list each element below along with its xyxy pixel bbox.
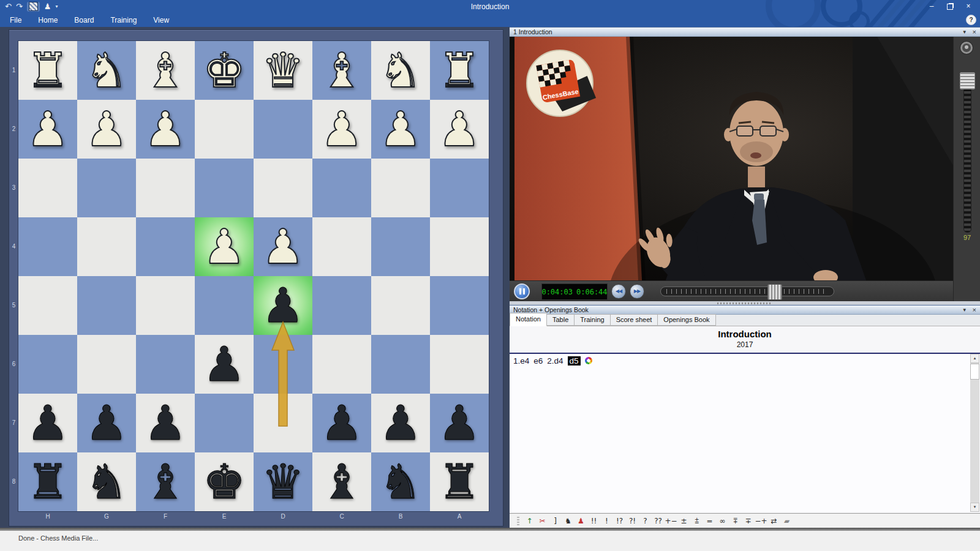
square-c6[interactable] [312,335,371,394]
annotation-white-better[interactable]: ± [677,515,690,527]
annotation-white-slightly-better[interactable]: ⩲ [690,515,703,527]
annotation-dubious-move[interactable]: ?! [626,515,639,527]
square-g5[interactable] [77,276,136,335]
annotation-blunder[interactable]: ?? [652,515,665,527]
square-d1[interactable]: ♛ [254,41,312,100]
square-g3[interactable] [77,159,136,217]
speaker-icon[interactable] [960,42,973,54]
progress-thumb[interactable] [767,284,782,300]
annotation-up-arrow[interactable]: ↑ [523,515,536,527]
square-f2[interactable]: ♟ [136,100,195,159]
pause-button[interactable] [514,283,530,299]
annotation-white-winning[interactable]: +− [665,515,677,527]
annotation-black-slightly-better[interactable]: ⩱ [729,515,742,527]
square-a2[interactable]: ♟ [430,100,489,159]
help-icon[interactable]: ? [966,15,976,25]
square-a6[interactable] [430,335,489,394]
menu-file[interactable]: File [10,16,21,24]
scrollbar-thumb[interactable] [970,364,979,380]
annotation-good-move[interactable]: ! [600,515,613,527]
square-g6[interactable] [77,335,136,394]
annotation-end-variation[interactable]: ] [549,515,562,527]
tab-notation[interactable]: Notation [510,313,547,326]
menu-home[interactable]: Home [38,16,58,24]
square-f5[interactable] [136,276,195,335]
square-a5[interactable] [430,276,489,335]
annotation-counterplay[interactable]: ⇄ [767,515,780,527]
annotation-interesting-move[interactable]: !? [613,515,626,527]
volume-slider-thumb[interactable] [960,72,975,89]
square-d2[interactable] [254,100,312,159]
square-h8[interactable]: ♜ [18,452,77,511]
annotation-black-better[interactable]: ∓ [742,515,755,527]
annotation-black-winning[interactable]: −+ [755,515,767,527]
square-e6[interactable]: ♟ [195,335,254,394]
move-d5[interactable]: d5 [568,356,581,365]
square-f6[interactable] [136,335,195,394]
tab-score-sheet[interactable]: Score sheet [611,314,658,326]
annotation-delete-annotations[interactable]: ✂ [536,515,549,527]
square-b4[interactable] [371,217,430,276]
notation-panel-close-icon[interactable]: × [973,307,976,313]
tab-openings-book[interactable]: Openings Book [658,314,715,326]
scroll-up-icon[interactable]: ▲ [970,354,979,363]
video-panel-collapse-icon[interactable]: ▼ [962,29,967,35]
square-c3[interactable] [312,159,371,217]
menu-training[interactable]: Training [110,16,137,24]
square-e2[interactable] [195,100,254,159]
progress-bar[interactable] [660,287,834,296]
square-e3[interactable] [195,159,254,217]
square-a3[interactable] [430,159,489,217]
square-g4[interactable] [77,217,136,276]
square-c4[interactable] [312,217,371,276]
square-f7[interactable]: ♟ [136,394,195,452]
square-e8[interactable]: ♚ [195,452,254,511]
annotation-equal[interactable]: = [703,515,716,527]
square-c1[interactable]: ♝ [312,41,371,100]
volume-slider-track[interactable] [963,73,971,233]
rewind-button[interactable]: ◀◀ [611,284,626,299]
square-d7[interactable] [254,394,312,452]
square-e4[interactable]: ♟ [195,217,254,276]
square-c2[interactable]: ♟ [312,100,371,159]
square-g1[interactable]: ♞ [77,41,136,100]
square-g2[interactable]: ♟ [77,100,136,159]
square-h7[interactable]: ♟ [18,394,77,452]
square-g8[interactable]: ♞ [77,452,136,511]
square-f4[interactable] [136,217,195,276]
square-b6[interactable] [371,335,430,394]
minimize-button[interactable]: – [922,0,941,12]
square-b5[interactable] [371,276,430,335]
square-g7[interactable]: ♟ [77,394,136,452]
video-frame[interactable]: ChessBase [510,37,953,280]
square-f1[interactable]: ♝ [136,41,195,100]
annotation-mistake[interactable]: ? [639,515,652,527]
square-a1[interactable]: ♜ [430,41,489,100]
square-h1[interactable]: ♜ [18,41,77,100]
square-h6[interactable] [18,335,77,394]
scroll-down-icon[interactable]: ▼ [970,503,979,512]
square-e7[interactable] [195,394,254,452]
square-c7[interactable]: ♟ [312,394,371,452]
square-h4[interactable] [18,217,77,276]
square-a7[interactable]: ♟ [430,394,489,452]
square-f8[interactable]: ♝ [136,452,195,511]
square-d6[interactable] [254,335,312,394]
square-a4[interactable] [430,217,489,276]
menu-view[interactable]: View [153,16,169,24]
annotation-brilliant-move[interactable]: !! [587,515,600,527]
annotation-knight-annotation[interactable]: ♞ [562,515,575,527]
moves-area[interactable]: 1.e4e62.d4d5 [510,353,980,512]
square-h2[interactable]: ♟ [18,100,77,159]
square-b2[interactable]: ♟ [371,100,430,159]
square-e5[interactable] [195,276,254,335]
square-d8[interactable]: ♛ [254,452,312,511]
square-b8[interactable]: ♞ [371,452,430,511]
annotation-eraser[interactable]: ▰ [780,515,793,527]
square-d5[interactable]: ♟ [254,276,312,335]
square-d4[interactable]: ♟ [254,217,312,276]
square-h3[interactable] [18,159,77,217]
move-e6[interactable]: e6 [533,356,543,365]
tab-table[interactable]: Table [547,314,575,326]
move-1.e4[interactable]: 1.e4 [513,356,529,365]
